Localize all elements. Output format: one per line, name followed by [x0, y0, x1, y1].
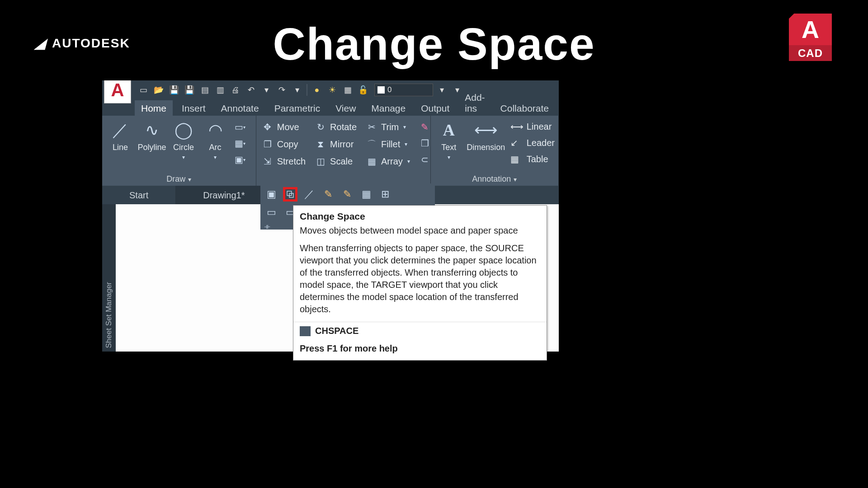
saveas-icon[interactable]: 💾 — [183, 83, 196, 97]
redo-icon[interactable]: ↷ — [275, 83, 288, 97]
arc-dropdown-icon[interactable]: ▾ — [214, 154, 217, 160]
app-menu-button[interactable]: A — [104, 80, 131, 103]
table-icon: ▦ — [510, 154, 523, 164]
text-icon: A — [438, 119, 460, 141]
change-space-button[interactable] — [283, 187, 297, 202]
tool-table[interactable]: ▦Table — [509, 152, 556, 166]
tool-fillet[interactable]: ⌒Fillet▾ — [363, 136, 413, 152]
rectangle-icon[interactable]: ▭ ▾ — [233, 120, 247, 134]
mirror-icon: ⧗ — [315, 138, 326, 150]
tool-move[interactable]: ✥Move — [259, 119, 308, 135]
panel-draw: ／ Line ∿ Polyline ◯ Circle ▾ ◠ Arc ▾ — [102, 116, 256, 186]
tool-trim[interactable]: ✂Trim▾ — [363, 119, 413, 135]
tool-stretch[interactable]: ⇲Stretch — [259, 154, 308, 169]
boundary-icon[interactable]: ▣ ▾ — [233, 153, 247, 166]
edit-spline-icon[interactable]: ✎ — [340, 187, 354, 202]
save-icon[interactable]: 💾 — [167, 83, 181, 97]
layer-dropdown-icon[interactable]: ▾ — [435, 83, 448, 97]
dimension-icon: ⟷ — [475, 119, 497, 141]
setbaseptcopy-icon[interactable]: ▣ — [264, 187, 278, 202]
sheet-set-manager-palette[interactable]: Sheet Set Manager — [102, 204, 116, 352]
tool-line[interactable]: ／ Line — [105, 117, 136, 152]
tab-addins[interactable]: Add-ins — [458, 89, 491, 116]
edit-polyline-icon[interactable]: ✎ — [321, 187, 335, 202]
badge-cad: CAD — [789, 45, 832, 61]
erase-icon[interactable]: ✎ — [418, 120, 432, 134]
tab-view[interactable]: View — [329, 100, 362, 116]
circle-icon: ◯ — [173, 119, 194, 141]
rotate-icon: ↻ — [315, 121, 326, 133]
openweb-icon[interactable]: ▤ — [198, 83, 212, 97]
sun-icon[interactable]: ☀ — [326, 83, 339, 97]
panel-title-draw[interactable]: Draw▾ — [105, 173, 253, 186]
tab-express[interactable]: Express — [558, 100, 559, 116]
autocad-badge: A CAD — [789, 14, 832, 61]
edit-hatch-icon[interactable]: ▦ — [359, 187, 373, 202]
tool-mirror[interactable]: ⧗Mirror — [312, 136, 359, 152]
tool-text[interactable]: A Text ▾ — [434, 117, 464, 160]
edit-array-icon[interactable]: ⊞ — [378, 187, 392, 202]
chevron-down-icon: ▾ — [514, 176, 517, 183]
tool-arc[interactable]: ◠ Arc ▾ — [200, 117, 231, 160]
layer-color-swatch — [377, 86, 385, 94]
ribbon: ／ Line ∿ Polyline ◯ Circle ▾ ◠ Arc ▾ — [102, 116, 559, 186]
slide-title: Change Space — [273, 18, 595, 70]
tool-rotate[interactable]: ↻Rotate — [312, 119, 359, 135]
plot-icon[interactable]: 🖨 — [229, 83, 242, 97]
tooltip-title: Change Space — [293, 206, 547, 224]
tool-polyline[interactable]: ∿ Polyline — [137, 117, 167, 152]
tab-parametric[interactable]: Parametric — [268, 100, 327, 116]
undo-dropdown-icon[interactable]: ▾ — [259, 83, 273, 97]
panel-title-annotation[interactable]: Annotation▾ — [434, 173, 556, 186]
tab-manage[interactable]: Manage — [365, 100, 412, 116]
tool-leader[interactable]: ↙Leader — [509, 136, 556, 150]
doctab-start[interactable]: Start — [102, 186, 176, 205]
array-icon: ▦ — [366, 155, 377, 167]
chevron-down-icon[interactable]: ▾ — [405, 141, 407, 147]
freeze-icon[interactable]: ▦ — [341, 83, 354, 97]
layer-selector[interactable]: 0 — [374, 84, 433, 96]
tab-home[interactable]: Home — [135, 100, 173, 116]
badge-letter: A — [789, 14, 832, 45]
tool-linear[interactable]: ⟷Linear — [509, 119, 556, 134]
tooltip-change-space: Change Space Moves objects between model… — [293, 205, 547, 361]
chevron-down-icon[interactable]: ▾ — [403, 124, 406, 130]
scale-icon: ◫ — [315, 155, 326, 167]
explode-icon[interactable]: ❒ — [418, 136, 432, 150]
line-icon: ／ — [109, 119, 131, 141]
tab-collaborate[interactable]: Collaborate — [494, 100, 555, 116]
stretch-icon: ⇲ — [262, 155, 274, 167]
offset-icon[interactable]: ⊂ — [418, 153, 432, 166]
tab-output[interactable]: Output — [415, 100, 456, 116]
tab-insert[interactable]: Insert — [175, 100, 212, 116]
polyline-icon: ∿ — [141, 119, 163, 141]
lock-icon[interactable]: 🔓 — [356, 83, 370, 97]
tool-scale[interactable]: ◫Scale — [312, 154, 359, 169]
text-dropdown-icon[interactable]: ▾ — [448, 154, 450, 160]
saveweb-icon[interactable]: ▥ — [213, 83, 227, 97]
redo-dropdown-icon[interactable]: ▾ — [290, 83, 304, 97]
doctab-drawing1[interactable]: Drawing1* — [176, 186, 272, 205]
bulb-on-icon[interactable]: ● — [310, 83, 324, 97]
arc-icon: ◠ — [204, 119, 226, 141]
undo-icon[interactable]: ↶ — [244, 83, 258, 97]
tab-annotate[interactable]: Annotate — [215, 100, 265, 116]
hatch-icon[interactable]: ▦ ▾ — [233, 136, 247, 150]
layer-current-value: 0 — [387, 85, 392, 94]
ribbon-tabs: Home Insert Annotate Parametric View Man… — [102, 99, 559, 116]
align-icon[interactable]: ▭ — [264, 205, 278, 220]
chevron-down-icon[interactable]: ▾ — [407, 158, 410, 164]
tool-copy[interactable]: ❐Copy — [259, 136, 308, 152]
draw-mini-column: ▭ ▾ ▦ ▾ ▣ ▾ — [231, 117, 249, 169]
tool-dimension[interactable]: ⟷ Dimension — [465, 117, 507, 152]
new-icon[interactable]: ▭ — [137, 83, 150, 97]
open-icon[interactable]: 📂 — [152, 83, 165, 97]
circle-dropdown-icon[interactable]: ▾ — [182, 154, 185, 160]
lengthen-icon[interactable]: ／ — [302, 187, 316, 202]
palette-title: Sheet Set Manager — [104, 271, 113, 352]
fillet-icon: ⌒ — [366, 138, 377, 150]
tool-array[interactable]: ▦Array▾ — [363, 154, 413, 169]
tooltip-help-hint: Press F1 for more help — [293, 340, 547, 360]
tool-circle[interactable]: ◯ Circle ▾ — [168, 117, 199, 160]
pin-icon[interactable]: ⟛ — [264, 222, 270, 230]
